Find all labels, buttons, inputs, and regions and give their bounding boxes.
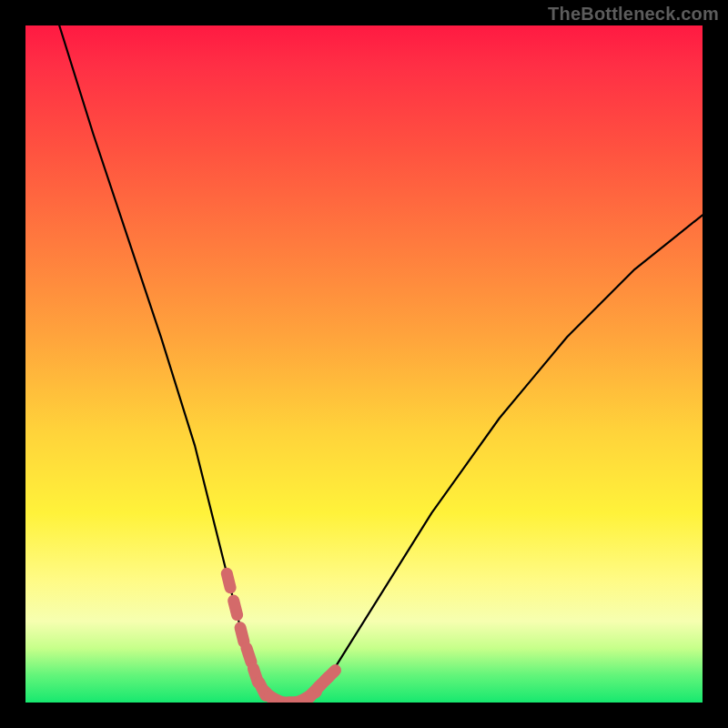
highlight-marker [234,601,238,615]
curve-layer [25,25,703,703]
bottleneck-curve [59,25,703,703]
highlight-marker [325,671,335,681]
highlight-marker [227,573,230,588]
watermark-text: TheBottleneck.com [548,4,719,25]
highlight-marker [247,648,251,662]
plot-area [25,25,703,703]
highlight-markers [227,573,335,703]
highlight-marker [240,628,244,642]
chart-frame: TheBottleneck.com [0,0,728,728]
